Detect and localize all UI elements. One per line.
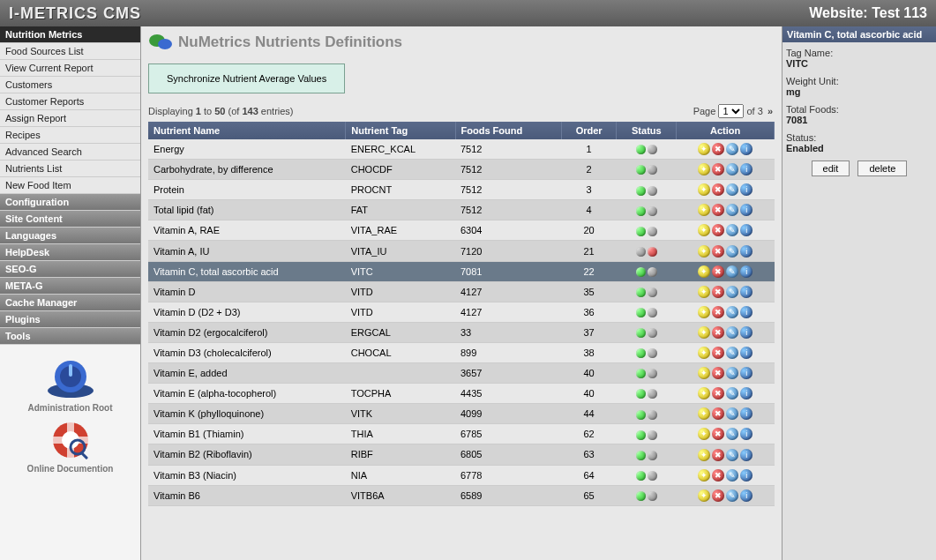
delete-icon[interactable]: ✖ — [712, 143, 724, 155]
gear-icon[interactable]: ✦ — [698, 326, 710, 339]
delete-icon[interactable]: ✖ — [712, 347, 724, 359]
sidebar-item-recipes[interactable]: Recipes — [0, 127, 140, 144]
status-dot-icon[interactable] — [648, 267, 657, 277]
status-dot-icon[interactable] — [636, 247, 646, 257]
info-icon[interactable]: i — [740, 143, 753, 155]
edit-button[interactable]: edit — [812, 161, 850, 176]
table-row[interactable]: Vitamin E, added365740✦✖✎i — [148, 363, 775, 384]
status-dot-icon[interactable] — [648, 247, 657, 257]
sidebar-item-plugins[interactable]: Plugins — [0, 311, 140, 328]
status-dot-icon[interactable] — [648, 491, 657, 501]
page-next[interactable]: » — [766, 106, 775, 116]
status-dot-icon[interactable] — [648, 227, 657, 236]
status-dot-icon[interactable] — [648, 389, 657, 399]
sidebar-item-tools[interactable]: Tools — [0, 328, 140, 345]
edit-icon[interactable]: ✎ — [726, 407, 738, 420]
delete-icon[interactable]: ✖ — [712, 326, 724, 339]
status-dot-icon[interactable] — [648, 451, 657, 460]
edit-icon[interactable]: ✎ — [726, 306, 738, 318]
table-row[interactable]: Total lipid (fat)FAT75124✦✖✎i — [148, 200, 775, 220]
delete-icon[interactable]: ✖ — [712, 224, 724, 236]
edit-icon[interactable]: ✎ — [726, 183, 738, 196]
gear-icon[interactable]: ✦ — [698, 143, 710, 155]
edit-icon[interactable]: ✎ — [726, 245, 738, 258]
edit-icon[interactable]: ✎ — [726, 224, 738, 236]
status-dot-icon[interactable] — [648, 471, 657, 481]
status-dot-icon[interactable] — [636, 369, 646, 378]
edit-icon[interactable]: ✎ — [726, 265, 738, 278]
sidebar-item-customers[interactable]: Customers — [0, 77, 140, 93]
table-row[interactable]: Vitamin D3 (cholecalciferol)CHOCAL89938✦… — [148, 342, 775, 362]
table-row[interactable]: Vitamin E (alpha-tocopherol)TOCPHA443540… — [148, 384, 775, 404]
edit-icon[interactable]: ✎ — [726, 387, 738, 399]
gear-icon[interactable]: ✦ — [698, 204, 710, 216]
info-icon[interactable]: i — [740, 286, 753, 298]
status-dot-icon[interactable] — [648, 308, 657, 317]
table-row[interactable]: Vitamin A, RAEVITA_RAE630420✦✖✎i — [148, 220, 775, 241]
info-icon[interactable]: i — [740, 204, 753, 216]
sidebar-item-view-current-report[interactable]: View Current Report — [0, 60, 140, 77]
sidebar-item-meta-g[interactable]: META-G — [0, 278, 140, 295]
table-row[interactable]: Vitamin B6VITB6A658965✦✖✎i — [148, 485, 775, 505]
delete-icon[interactable]: ✖ — [712, 183, 724, 196]
status-dot-icon[interactable] — [648, 186, 657, 196]
info-icon[interactable]: i — [740, 183, 753, 196]
edit-icon[interactable]: ✎ — [726, 449, 738, 461]
status-dot-icon[interactable] — [636, 287, 646, 297]
status-dot-icon[interactable] — [636, 145, 646, 154]
admin-root-link[interactable]: Administration Root — [0, 357, 140, 413]
delete-icon[interactable]: ✖ — [712, 286, 724, 298]
status-dot-icon[interactable] — [636, 348, 646, 358]
status-dot-icon[interactable] — [648, 165, 657, 175]
edit-icon[interactable]: ✎ — [726, 367, 738, 379]
info-icon[interactable]: i — [740, 265, 753, 278]
info-icon[interactable]: i — [740, 367, 753, 379]
sidebar-item-assign-report[interactable]: Assign Report — [0, 110, 140, 127]
table-row[interactable]: ProteinPROCNT75123✦✖✎i — [148, 180, 775, 200]
edit-icon[interactable]: ✎ — [726, 428, 738, 440]
info-icon[interactable]: i — [740, 469, 753, 482]
gear-icon[interactable]: ✦ — [698, 347, 710, 359]
online-doc-link[interactable]: Online Documention — [0, 418, 140, 474]
status-dot-icon[interactable] — [636, 451, 646, 460]
info-icon[interactable]: i — [740, 489, 753, 502]
status-dot-icon[interactable] — [648, 206, 657, 216]
table-row[interactable]: EnergyENERC_KCAL75121✦✖✎i — [148, 139, 775, 160]
table-row[interactable]: Carbohydrate, by differenceCHOCDF75122✦✖… — [148, 160, 775, 180]
info-icon[interactable]: i — [740, 306, 753, 318]
gear-icon[interactable]: ✦ — [698, 183, 710, 196]
edit-icon[interactable]: ✎ — [726, 163, 738, 175]
status-dot-icon[interactable] — [648, 430, 657, 440]
table-row[interactable]: Vitamin D2 (ergocalciferol)ERGCAL3337✦✖✎… — [148, 322, 775, 342]
delete-icon[interactable]: ✖ — [712, 407, 724, 420]
status-dot-icon[interactable] — [636, 471, 646, 481]
delete-icon[interactable]: ✖ — [712, 265, 724, 278]
sidebar-item-nutrition-metrics[interactable]: Nutrition Metrics — [0, 26, 140, 43]
edit-icon[interactable]: ✎ — [726, 469, 738, 482]
delete-icon[interactable]: ✖ — [712, 306, 724, 318]
col-header[interactable]: Status — [617, 122, 677, 139]
delete-icon[interactable]: ✖ — [712, 428, 724, 440]
sidebar-item-cache-manager[interactable]: Cache Manager — [0, 295, 140, 311]
info-icon[interactable]: i — [740, 428, 753, 440]
delete-icon[interactable]: ✖ — [712, 449, 724, 461]
col-header[interactable]: Action — [677, 122, 775, 139]
table-row[interactable]: Vitamin D (D2 + D3)VITD412736✦✖✎i — [148, 302, 775, 322]
info-icon[interactable]: i — [740, 326, 753, 339]
status-dot-icon[interactable] — [636, 389, 646, 399]
table-row[interactable]: Vitamin K (phylloquinone)VITK409944✦✖✎i — [148, 404, 775, 424]
gear-icon[interactable]: ✦ — [698, 163, 710, 175]
status-dot-icon[interactable] — [648, 348, 657, 358]
gear-icon[interactable]: ✦ — [698, 489, 710, 502]
table-row[interactable]: Vitamin A, IUVITA_IU712021✦✖✎i — [148, 241, 775, 261]
edit-icon[interactable]: ✎ — [726, 489, 738, 502]
col-header[interactable]: Nutrient Tag — [346, 122, 455, 139]
edit-icon[interactable]: ✎ — [726, 326, 738, 339]
info-icon[interactable]: i — [740, 224, 753, 236]
status-dot-icon[interactable] — [636, 186, 646, 196]
sidebar-item-site-content[interactable]: Site Content — [0, 211, 140, 228]
table-row[interactable]: Vitamin B2 (Riboflavin)RIBF680563✦✖✎i — [148, 444, 775, 465]
status-dot-icon[interactable] — [648, 410, 657, 420]
status-dot-icon[interactable] — [636, 308, 646, 317]
delete-icon[interactable]: ✖ — [712, 469, 724, 482]
